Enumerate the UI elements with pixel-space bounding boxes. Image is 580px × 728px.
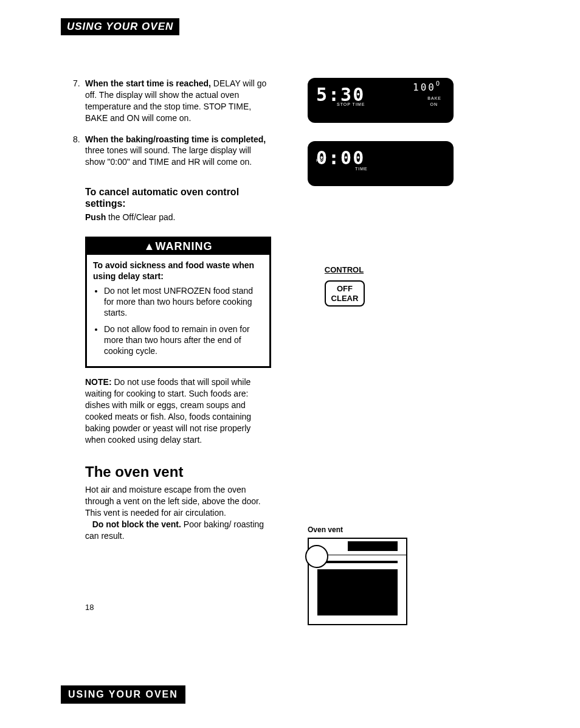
oven-vent-title: The oven vent: [85, 463, 271, 480]
oven-display-1: 5:30 STOP TIME 100O BAKE ON: [308, 78, 454, 123]
warning-box: ▲WARNING To avoid sickness and food wast…: [85, 237, 271, 369]
vent-p2-bold: Do not block the vent.: [92, 519, 181, 529]
time-label: TIME: [355, 167, 368, 171]
cancel-bold: Push: [85, 212, 106, 222]
step-bold: When the start time is reached,: [85, 78, 211, 88]
oven-vent-circle-icon: [305, 545, 328, 568]
step-number: 7.: [73, 78, 80, 89]
oven-illustration: [308, 538, 407, 625]
off-text: OFF: [326, 284, 364, 294]
temp-value: 100: [413, 81, 436, 93]
oven-door-icon: [317, 569, 398, 615]
bake-label: BAKE: [427, 96, 441, 100]
warning-bullet: Do not allow food to remain in oven for …: [104, 324, 263, 357]
cancel-body: Push the Off/Clear pad.: [85, 212, 271, 222]
on-label: ON: [430, 102, 438, 106]
cancel-heading: To cancel automatic oven control setting…: [85, 186, 271, 209]
header-bar: USING YOUR OVEN: [61, 18, 179, 35]
clear-text: CLEAR: [326, 294, 364, 303]
display-temp: 100O: [413, 81, 441, 93]
step-8: 8. When the baking/roasting time is comp…: [85, 134, 271, 168]
page-number: 18: [85, 603, 271, 612]
degree-icon: O: [436, 80, 441, 87]
step-bold: When the baking/roasting time is complet…: [85, 134, 266, 144]
warning-intro: To avoid sickness and food waste when us…: [93, 260, 263, 282]
step-number: 8.: [73, 134, 80, 145]
cancel-rest: the Off/Clear pad.: [106, 212, 175, 222]
oven-vent-body: Hot air and moisture escape from the ove…: [85, 484, 271, 541]
control-label: CONTROL: [320, 265, 368, 274]
oven-vent-label: Oven vent: [308, 525, 454, 534]
note-label: NOTE:: [85, 377, 112, 387]
warning-triangle-icon: ▲: [144, 240, 156, 252]
warning-title: WARNING: [155, 240, 212, 252]
vent-p1: Hot air and moisture escape from the ove…: [85, 485, 261, 518]
note-text: Do not use foods that will spoil while w…: [85, 377, 251, 444]
hr-label: HR: [316, 158, 323, 162]
step-text: three tones will sound. The large displa…: [85, 145, 252, 167]
note-paragraph: NOTE: Do not use foods that will spoil w…: [85, 376, 271, 445]
stop-time-label: STOP TIME: [337, 102, 365, 106]
off-clear-button[interactable]: OFF CLEAR: [325, 280, 365, 307]
warning-bullet: Do not let most UNFROZEN food stand for …: [104, 285, 263, 319]
right-column: 5:30 STOP TIME 100O BAKE ON 0:00 HR TIME…: [289, 78, 454, 625]
warning-header: ▲WARNING: [87, 238, 269, 255]
oven-display-2: 0:00 HR TIME: [308, 141, 454, 186]
oven-handle-icon: [317, 561, 398, 563]
oven-control-panel-icon: [348, 541, 398, 551]
left-column: 7. When the start time is reached, DELAY…: [61, 78, 271, 625]
footer-bar: USING YOUR OVEN: [61, 685, 185, 704]
step-7: 7. When the start time is reached, DELAY…: [85, 78, 271, 124]
